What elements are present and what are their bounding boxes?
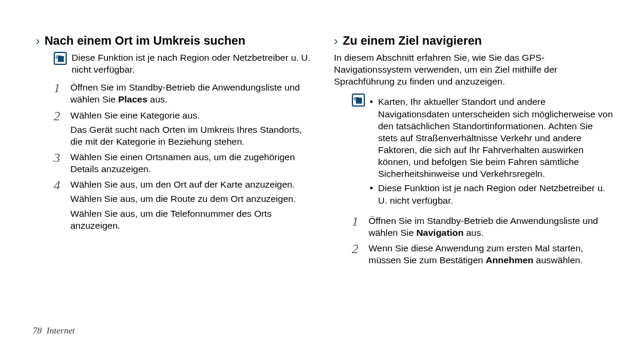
step-body: Wählen Sie aus, um den Ort auf der Karte… <box>70 179 316 232</box>
note-bullets: Karten, Ihr aktueller Standort und ander… <box>370 94 614 208</box>
step-text: Wählen Sie aus, um die Telefonnummer des… <box>70 208 316 232</box>
step-number: 2 <box>54 110 64 148</box>
chevron-icon: › <box>334 33 338 48</box>
step-text: Wählen Sie eine Kategorie aus. <box>70 110 316 121</box>
bullet-item: Karten, Ihr aktueller Standort und ander… <box>370 96 614 180</box>
step-text: Wählen Sie aus, um die Route zu dem Ort … <box>70 193 316 205</box>
step-body: Wählen Sie eine Kategorie aus. Das Gerät… <box>70 110 316 148</box>
steps-right: 1 Öffnen Sie im Standby-Betrieb die Anwe… <box>352 215 614 267</box>
right-column: › Zu einem Ziel navigieren In diesem Abs… <box>334 33 614 337</box>
step-text: Öffnen Sie im Standby-Betrieb die Anwend… <box>70 82 300 104</box>
bullet-item: Diese Funktion ist je nach Region oder N… <box>370 182 614 206</box>
left-column: › Nach einem Ort im Umkreis suchen Diese… <box>36 33 316 337</box>
note-icon <box>54 52 67 65</box>
step-3: 3 Wählen Sie einen Ortsnamen aus, um die… <box>54 151 316 175</box>
section-heading-right: › Zu einem Ziel navigieren <box>334 33 614 48</box>
note-box-left: Diese Funktion ist je nach Region oder N… <box>54 52 316 76</box>
page-footer: 78 Internet <box>33 326 75 336</box>
places-label: Places <box>118 94 147 104</box>
step-2: 2 Wenn Sie diese Anwendung zum ersten Ma… <box>352 242 614 266</box>
step-text: aus. <box>463 228 484 238</box>
annehmen-label: Annehmen <box>485 255 533 265</box>
step-1: 1 Öffnen Sie im Standby-Betrieb die Anwe… <box>352 215 614 239</box>
heading-right: Zu einem Ziel navigieren <box>343 33 482 48</box>
step-text: Wählen Sie aus, um den Ort auf der Karte… <box>70 179 316 191</box>
step-body: Öffnen Sie im Standby-Betrieb die Anwend… <box>369 215 614 239</box>
note-text-left: Diese Funktion ist je nach Region oder N… <box>72 52 316 76</box>
step-number: 3 <box>54 151 64 175</box>
step-number: 1 <box>54 82 64 105</box>
step-text: Wählen Sie einen Ortsnamen aus, um die z… <box>70 151 316 175</box>
step-number: 4 <box>54 179 64 232</box>
note-box-right: Karten, Ihr aktueller Standort und ander… <box>352 94 614 208</box>
step-4: 4 Wählen Sie aus, um den Ort auf der Kar… <box>54 179 316 232</box>
footer-section: Internet <box>47 326 75 336</box>
page-number: 78 <box>33 326 42 336</box>
step-number: 2 <box>352 242 363 266</box>
step-2: 2 Wählen Sie eine Kategorie aus. Das Ger… <box>54 110 316 148</box>
manual-page: › Nach einem Ort im Umkreis suchen Diese… <box>0 0 644 349</box>
step-number: 1 <box>352 215 363 239</box>
section-heading-left: › Nach einem Ort im Umkreis suchen <box>36 33 316 48</box>
step-text: auswählen. <box>534 255 583 265</box>
step-text: aus. <box>147 94 168 104</box>
step-subtext: Das Gerät sucht nach Orten im Umkreis Ih… <box>70 124 316 148</box>
intro-text: In diesem Abschnitt erfahren Sie, wie Si… <box>334 52 614 88</box>
navigation-label: Navigation <box>416 228 463 238</box>
step-body: Wenn Sie diese Anwendung zum ersten Mal … <box>369 242 614 266</box>
steps-left: 1 Öffnen Sie im Standby-Betrieb die Anwe… <box>54 82 316 232</box>
step-body: Öffnen Sie im Standby-Betrieb die Anwend… <box>70 82 316 105</box>
heading-left: Nach einem Ort im Umkreis suchen <box>45 33 246 48</box>
chevron-icon: › <box>36 33 40 48</box>
note-icon <box>352 94 365 107</box>
step-1: 1 Öffnen Sie im Standby-Betrieb die Anwe… <box>54 82 316 105</box>
